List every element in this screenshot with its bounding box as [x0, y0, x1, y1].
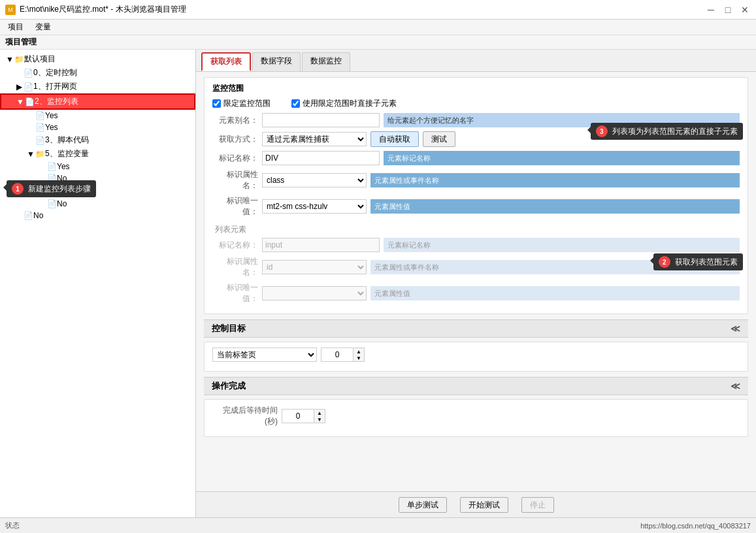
element-alias-label: 元素别名：	[212, 115, 258, 126]
get-method-select[interactable]: 通过元素属性捕获 通过XPath捕获 通过CSS捕获	[262, 132, 367, 146]
tree-item-0[interactable]: 📄 0、定时控制	[0, 66, 195, 80]
control-target-content: 当前标签页 新建标签页 ▲ ▼	[204, 342, 748, 372]
list-unique-value-row: 标识唯一值： 元素属性值	[212, 282, 740, 304]
list-element-label: 列表元素	[212, 223, 740, 238]
wait-time-row: 完成后等待时间(秒) ▲ ▼	[212, 405, 740, 427]
control-target-header[interactable]: 控制目标 ≪	[204, 319, 748, 338]
tree-toggle-default-project[interactable]: ▼	[5, 55, 14, 64]
window-controls: ─ □ ✕	[705, 4, 751, 16]
attr-name-label: 标识属性名：	[212, 169, 258, 191]
single-test-button[interactable]: 单步测试	[399, 497, 447, 513]
tree-item-default-project[interactable]: ▼ 📁 默认项目	[0, 52, 195, 66]
attr-name-select[interactable]: class id name style	[262, 173, 367, 187]
tree-item-1[interactable]: ▶ 📄 1、打开网页	[0, 80, 195, 93]
unique-value-row: 标识唯一值： mt2-sm css-hzulv 元素属性值	[212, 195, 740, 218]
tag-name-hint: 元素标记名称	[384, 151, 740, 165]
app-icon: M	[5, 5, 16, 15]
limit-range-checkbox[interactable]	[212, 99, 221, 108]
minimize-button[interactable]: ─	[705, 4, 717, 16]
folder-icon: 📁	[14, 55, 24, 64]
tab-index-spinner-group: ▲ ▼	[353, 347, 365, 362]
close-button[interactable]: ✕	[739, 4, 751, 16]
tab-index-input[interactable]	[321, 347, 353, 362]
list-tag-name-row: 标记名称： 元素标记名称	[212, 238, 740, 252]
attr-name-hint: 元素属性或事件名称	[370, 173, 740, 187]
list-unique-value-hint: 元素属性值	[370, 286, 740, 300]
limit-range-checkbox-row: 限定监控范围	[212, 98, 271, 109]
titlebar-title-group: M E:\mot\nike尺码监控.mot* - 木头浏览器项目管理	[5, 4, 186, 15]
tree-toggle-5[interactable]: ▼	[26, 150, 35, 159]
start-test-button[interactable]: 开始测试	[460, 497, 508, 513]
tab-index-up-btn[interactable]: ▲	[353, 348, 364, 355]
list-tag-name-label: 标记名称：	[212, 240, 258, 251]
tag-name-label: 标记名称：	[212, 153, 258, 164]
wait-time-down-btn[interactable]: ▼	[314, 416, 325, 423]
tag-name-row: 标记名称： 元素标记名称	[212, 151, 740, 165]
tooltip-1: 1 新建监控列表步骤	[7, 180, 96, 197]
tab-data-monitor[interactable]: 数据监控	[302, 52, 350, 71]
statusbar-left: 状态	[5, 521, 20, 530]
tree-item-yes-2[interactable]: 📄 Yes	[0, 121, 195, 133]
auto-get-button[interactable]: 自动获取	[370, 131, 419, 147]
file-icon-yes2: 📄	[35, 123, 45, 132]
tree-toggle-1[interactable]: ▶	[14, 82, 24, 91]
element-alias-input[interactable]	[262, 113, 380, 127]
wait-time-label: 完成后等待时间(秒)	[212, 405, 278, 427]
control-target-row: 当前标签页 新建标签页 ▲ ▼	[212, 347, 740, 362]
tag-name-input[interactable]	[262, 151, 380, 165]
wait-time-spinner-group: ▲ ▼	[314, 409, 325, 423]
tree-item-yes-3[interactable]: 📄 Yes	[0, 161, 195, 172]
tab-bar: 获取列表 数据字段 数据监控	[196, 50, 756, 72]
tree-toggle-0	[14, 69, 24, 78]
list-attr-name-select[interactable]: id class name	[262, 260, 367, 274]
control-target-section: 控制目标 ≪ 当前标签页 新建标签页 ▲ ▼	[204, 319, 748, 372]
menu-item-variable[interactable]: 变量	[30, 20, 56, 34]
maximize-button[interactable]: □	[722, 4, 734, 16]
test-button[interactable]: 测试	[423, 131, 455, 147]
monitor-range-title: 监控范围	[212, 83, 740, 94]
list-tag-name-input[interactable]	[262, 238, 380, 252]
tab-index-down-btn[interactable]: ▼	[353, 355, 364, 361]
attr-name-row: 标识属性名： class id name style 元素属性或事件名称	[212, 169, 740, 191]
statusbar-right: https://blog.csdn.net/qq_40083217	[640, 522, 751, 530]
tree-item-yes-1[interactable]: 📄 Yes	[0, 110, 195, 121]
use-direct-child-checkbox[interactable]	[291, 99, 300, 108]
monitor-range-section: 监控范围 限定监控范围 使用限定范围时直接子元素 元素别名：	[204, 77, 748, 314]
unique-value-label: 标识唯一值：	[212, 195, 258, 218]
current-tab-select[interactable]: 当前标签页 新建标签页	[212, 347, 317, 362]
limit-range-label: 限定监控范围	[223, 98, 271, 109]
list-unique-value-label: 标识唯一值：	[212, 282, 258, 304]
tree-item-3[interactable]: 📄 3、脚本代码	[0, 133, 195, 147]
tree-item-2[interactable]: ▼ 📄 2、监控列表	[0, 93, 195, 110]
unique-value-hint: 元素属性值	[370, 199, 740, 214]
operation-complete-content: 完成后等待时间(秒) ▲ ▼	[204, 399, 748, 437]
tab-data-fields[interactable]: 数据字段	[252, 52, 301, 71]
tree-toggle-2[interactable]: ▼	[16, 97, 25, 106]
get-method-label: 获取方式：	[212, 134, 258, 145]
use-direct-child-label: 使用限定范围时直接子元素	[303, 98, 397, 109]
unique-value-select[interactable]: mt2-sm css-hzulv	[262, 199, 367, 214]
tree-item-no-2[interactable]: 📄 No	[0, 198, 195, 210]
statusbar: 状态 https://blog.csdn.net/qq_40083217	[0, 517, 756, 533]
operation-complete-header[interactable]: 操作完成 ≪	[204, 377, 748, 395]
tree-item-no-3[interactable]: 📄 No	[0, 210, 195, 221]
file-icon-no3: 📄	[24, 211, 33, 220]
tab-get-list[interactable]: 获取列表	[201, 52, 251, 71]
wait-time-spinner: ▲ ▼	[282, 409, 325, 423]
section-header: 项目管理	[0, 35, 756, 50]
operation-complete-section: 操作完成 ≪ 完成后等待时间(秒) ▲ ▼	[204, 377, 748, 437]
stop-button[interactable]: 停止	[521, 497, 554, 513]
wait-time-up-btn[interactable]: ▲	[314, 410, 325, 416]
file-icon-1: 📄	[24, 82, 33, 91]
list-attr-name-label: 标识属性名：	[212, 256, 258, 278]
file-icon-0: 📄	[24, 69, 33, 78]
list-unique-value-select[interactable]	[262, 286, 367, 300]
bottom-bar: 单步测试 开始测试 停止	[196, 491, 756, 517]
tree-item-5[interactable]: ▼ 📁 5、监控变量	[0, 147, 195, 161]
main-layout: ▼ 📁 默认项目 📄 0、定时控制 ▶ 📄 1、打开网页 ▼ 📄 2、监控列表 …	[0, 50, 756, 517]
file-icon-yes1: 📄	[35, 111, 45, 120]
menu-item-project[interactable]: 项目	[3, 20, 29, 34]
tab-spinner: ▲ ▼	[321, 347, 365, 362]
wait-time-input[interactable]	[282, 409, 314, 423]
operation-complete-collapse-icon: ≪	[731, 381, 740, 391]
